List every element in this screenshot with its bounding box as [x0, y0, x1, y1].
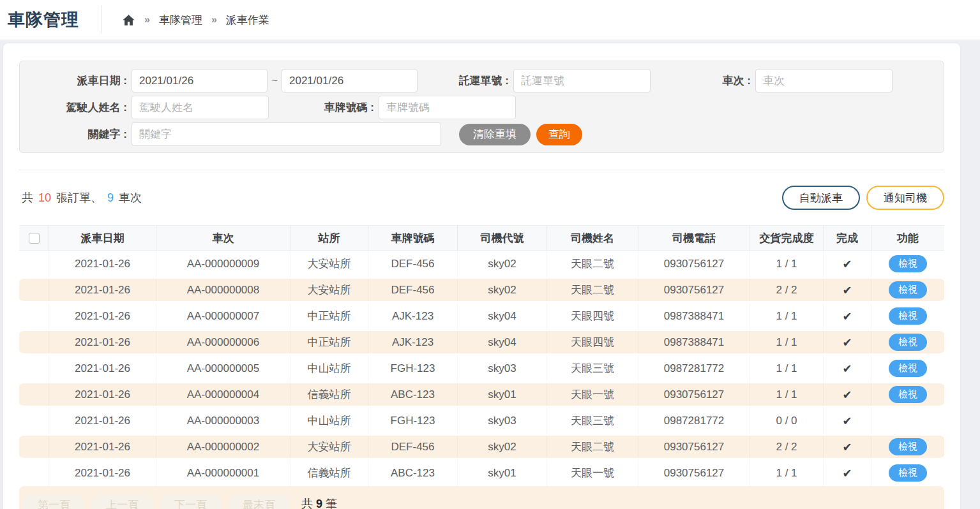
action-cell: 檢視	[871, 251, 944, 277]
station-cell: 大安站所	[290, 279, 368, 301]
prev-page-button[interactable]: 上一頁	[91, 494, 153, 509]
driver-phone-cell: 0930756127	[638, 436, 750, 458]
summary-row: 共10張訂單、9車次 自動派車 通知司機	[19, 186, 944, 210]
last-page-button[interactable]: 最末頁	[228, 494, 290, 509]
result-summary: 共10張訂單、9車次	[19, 190, 144, 205]
done-cell: ✔	[824, 383, 871, 406]
driver-name-cell: 天眼二號	[547, 251, 638, 277]
table-row: 2021-01-26 AA-000000008 大安站所 DEF-456 sky…	[19, 277, 944, 303]
plate-no-label: 車牌號碼 :	[269, 100, 379, 115]
next-page-button[interactable]: 下一頁	[160, 494, 222, 509]
plate-no-cell: AJK-123	[368, 303, 458, 329]
driver-code-cell: sky03	[458, 408, 547, 434]
keyword-input[interactable]	[132, 122, 441, 146]
station-cell: 中山站所	[290, 355, 368, 381]
action-cell: 檢視	[871, 436, 944, 458]
completion-cell: 1 / 1	[750, 355, 824, 381]
trip-no-input[interactable]	[755, 69, 893, 92]
station-cell: 信義站所	[290, 383, 368, 406]
trip-no-label: 車次 :	[651, 73, 755, 88]
driver-code-cell: sky01	[458, 460, 547, 486]
home-icon[interactable]	[122, 13, 135, 27]
table-row: 2021-01-26 AA-000000006 中正站所 AJK-123 sky…	[19, 329, 944, 355]
header-driver-phone: 司機電話	[638, 226, 750, 250]
select-all-checkbox[interactable]	[29, 233, 40, 244]
completion-cell: 1 / 1	[750, 251, 824, 277]
station-cell: 中山站所	[290, 408, 368, 434]
breadcrumb-separator: »	[211, 14, 217, 26]
plate-no-cell: FGH-123	[368, 355, 458, 381]
driver-phone-cell: 0987281772	[638, 355, 750, 381]
plate-no-cell: ABC-123	[368, 383, 458, 406]
driver-name-cell: 天眼一號	[547, 460, 638, 486]
view-button[interactable]: 檢視	[889, 360, 927, 377]
row-select-cell	[19, 460, 49, 486]
main-card: 派車日期 : ~ 託運單號 : 車次 : 駕駛人姓名 : 車牌號碼 : 關鍵字 …	[3, 43, 960, 509]
check-icon: ✔	[842, 414, 852, 428]
check-icon: ✔	[842, 466, 852, 480]
done-cell: ✔	[824, 331, 871, 353]
filter-panel: 派車日期 : ~ 託運單號 : 車次 : 駕駛人姓名 : 車牌號碼 : 關鍵字 …	[19, 61, 944, 153]
view-button[interactable]: 檢視	[889, 464, 927, 482]
dispatch-date-cell: 2021-01-26	[49, 303, 156, 329]
done-cell: ✔	[824, 355, 871, 381]
search-button[interactable]: 查詢	[536, 124, 582, 145]
view-button[interactable]: 檢視	[889, 334, 927, 351]
driver-name-cell: 天眼一號	[547, 383, 638, 406]
section-divider	[19, 170, 944, 170]
table-row: 2021-01-26 AA-000000002 大安站所 DEF-456 sky…	[19, 434, 944, 460]
done-cell: ✔	[824, 436, 871, 458]
view-button[interactable]: 檢視	[889, 386, 927, 403]
driver-name-cell: 天眼二號	[547, 279, 638, 301]
done-cell: ✔	[824, 279, 871, 301]
order-count: 10	[38, 191, 51, 204]
header-function: 功能	[871, 226, 944, 250]
header-divider	[101, 6, 102, 34]
trip-no-cell: AA-000000003	[156, 408, 290, 434]
action-cell: 檢視	[871, 331, 944, 353]
first-page-button[interactable]: 第一頁	[23, 494, 85, 509]
dispatch-date-to-input[interactable]	[282, 69, 418, 92]
station-cell: 中正站所	[290, 303, 368, 329]
breadcrumb-item-dispatch: 派車作業	[226, 13, 269, 27]
driver-code-cell: sky02	[458, 251, 547, 277]
action-cell: 檢視	[871, 460, 944, 486]
action-cell: 檢視	[871, 383, 944, 406]
plate-no-cell: ABC-123	[368, 460, 458, 486]
dispatch-date-from-input[interactable]	[132, 69, 268, 92]
dispatch-date-cell: 2021-01-26	[49, 383, 156, 406]
header-plate-no: 車牌號碼	[368, 226, 458, 250]
breadcrumb-item-fleet[interactable]: 車隊管理	[159, 13, 202, 27]
driver-name-input[interactable]	[132, 96, 269, 119]
clear-button[interactable]: 清除重填	[459, 124, 531, 145]
driver-name-cell: 天眼四號	[547, 331, 638, 353]
completion-cell: 1 / 1	[750, 383, 824, 406]
table-header: 派車日期 車次 站所 車牌號碼 司機代號 司機姓名 司機電話 交貨完成度 完成 …	[19, 225, 944, 251]
view-button[interactable]: 檢視	[889, 255, 927, 272]
check-icon: ✔	[842, 440, 852, 454]
breadcrumb: » 車隊管理 » 派車作業	[122, 13, 269, 27]
check-icon: ✔	[842, 257, 852, 271]
view-button[interactable]: 檢視	[889, 307, 927, 325]
check-icon: ✔	[842, 388, 852, 402]
table-row: 2021-01-26 AA-000000009 大安站所 DEF-456 sky…	[19, 251, 944, 277]
driver-name-cell: 天眼三號	[547, 355, 638, 381]
consignment-no-input[interactable]	[513, 69, 651, 92]
done-cell: ✔	[824, 460, 871, 486]
station-cell: 大安站所	[290, 436, 368, 458]
header-station: 站所	[290, 226, 368, 250]
view-button[interactable]: 檢視	[889, 281, 927, 299]
breadcrumb-separator: »	[144, 14, 150, 26]
notify-driver-button[interactable]: 通知司機	[866, 186, 944, 210]
driver-phone-cell: 0930756127	[638, 460, 750, 486]
header-done: 完成	[824, 226, 871, 250]
auto-dispatch-button[interactable]: 自動派車	[782, 186, 860, 210]
table-row: 2021-01-26 AA-000000004 信義站所 ABC-123 sky…	[19, 381, 944, 408]
plate-no-cell: DEF-456	[368, 279, 458, 301]
header-driver-name: 司機姓名	[547, 226, 638, 250]
view-button[interactable]: 檢視	[889, 438, 927, 455]
completion-cell: 1 / 1	[750, 331, 824, 353]
plate-no-input[interactable]	[379, 96, 516, 119]
action-cell: 檢視	[871, 303, 944, 329]
trip-no-cell: AA-000000009	[156, 251, 290, 277]
